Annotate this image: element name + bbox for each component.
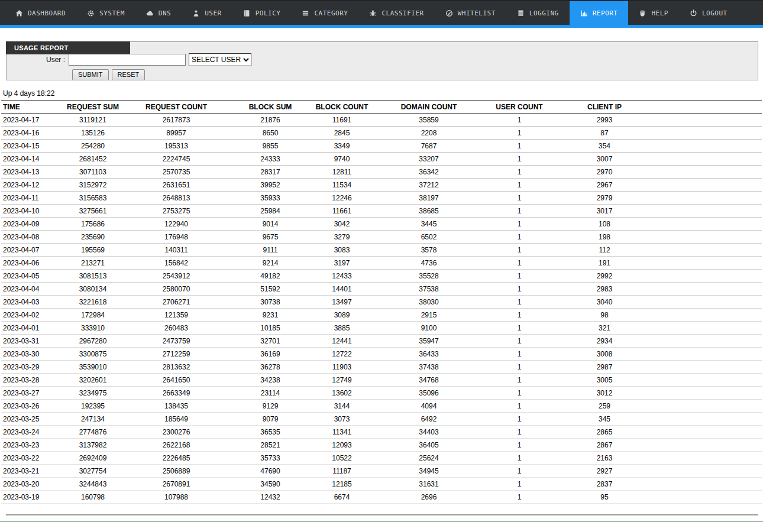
table-cell: 2865 (551, 426, 658, 439)
nav-item-label: REPORT (593, 9, 618, 17)
table-cell: 3017 (551, 205, 658, 218)
table-cell: 3073 (313, 413, 370, 426)
table-cell: 49182 (227, 270, 313, 283)
table-cell: 1 (487, 348, 551, 361)
table-cell: 33207 (370, 153, 487, 166)
nav-item-system[interactable]: SYSTEM (76, 1, 135, 28)
table-row: 2023-04-091756861229409014304234451108 (1, 218, 762, 231)
table-cell: 51592 (227, 283, 313, 296)
table-cell: 1 (487, 413, 551, 426)
table-cell: 38197 (370, 192, 487, 205)
nav-item-policy[interactable]: POLICY (232, 1, 292, 28)
table-cell: 1 (487, 192, 551, 205)
nav-item-logging[interactable]: LOGGING (506, 1, 570, 28)
nav-item-label: POLICY (256, 9, 281, 17)
table-cell: 213271 (60, 257, 125, 270)
table-cell: 2970 (551, 166, 658, 179)
table-cell: 2631651 (125, 179, 227, 192)
table-cell: 3349 (313, 140, 370, 153)
nav-item-classifier[interactable]: CLASSIFIER (358, 1, 434, 28)
nav-item-label: DNS (159, 9, 171, 17)
table-cell: 2163 (551, 452, 658, 465)
table-cell: 2023-04-08 (1, 231, 60, 244)
cloud-icon (146, 9, 154, 17)
table-row: 2023-03-31296728024737593270112441359471… (1, 335, 762, 348)
table-cell: 24333 (227, 153, 313, 166)
table-cell: 345 (551, 413, 658, 426)
usage-report-table: TIMEREQUEST SUMREQUEST COUNTBLOCK SUMBLO… (1, 100, 762, 504)
table-cell: 2224745 (125, 153, 227, 166)
table-cell: 3040 (551, 296, 658, 309)
table-cell: 2023-03-24 (1, 426, 60, 439)
table-cell: 10185 (227, 322, 313, 335)
table-cell: 2927 (551, 465, 658, 478)
table-row: 2023-03-22269240922264853573310522256241… (1, 452, 762, 465)
table-cell: 2837 (551, 478, 658, 491)
reset-button[interactable]: RESET (112, 69, 146, 80)
table-cell: 2979 (551, 192, 658, 205)
select-user-dropdown[interactable]: SELECT USER (189, 53, 251, 66)
submit-button[interactable]: SUBMIT (72, 69, 109, 80)
table-cell: 2023-04-04 (1, 283, 60, 296)
bug-icon (369, 9, 377, 17)
table-cell: 195569 (60, 244, 125, 257)
table-cell: 2023-04-07 (1, 244, 60, 257)
nav-item-logout[interactable]: LOGOUT (679, 1, 738, 28)
table-cell: 3089 (313, 309, 370, 322)
table-cell: 6674 (313, 491, 370, 504)
nav-item-help[interactable]: HELP (628, 1, 679, 28)
table-cell: 2023-04-16 (1, 126, 60, 140)
table-row: 2023-04-04308013425800705159214401375381… (1, 283, 762, 296)
table-cell: 2663349 (125, 387, 227, 400)
table-cell: 11534 (313, 179, 370, 192)
column-header: REQUEST COUNT (125, 100, 227, 113)
nav-item-user[interactable]: USER (182, 1, 232, 28)
user-label: User : (7, 56, 69, 64)
table-cell: 2023-04-06 (1, 257, 60, 270)
table-cell: 235690 (60, 231, 125, 244)
table-cell: 37538 (370, 283, 487, 296)
table-cell: 14401 (313, 283, 370, 296)
table-cell: 121359 (125, 309, 227, 322)
table-row: 2023-03-24277487623002763653511341344031… (1, 426, 762, 439)
table-cell: 6502 (370, 231, 487, 244)
nav-item-category[interactable]: CATEGORY (291, 1, 358, 28)
table-cell: 8650 (227, 126, 313, 140)
table-cell: 32701 (227, 335, 313, 348)
table-cell: 2473759 (125, 335, 227, 348)
table-row: 2023-03-29353901028136323627811903374381… (1, 361, 762, 374)
nav-item-label: LOGGING (529, 9, 559, 17)
table-cell: 35733 (227, 452, 313, 465)
table-cell: 35528 (370, 270, 487, 283)
table-cell: 1 (487, 231, 551, 244)
top-navbar: DASHBOARDSYSTEMDNSUSERPOLICYCATEGORYCLAS… (0, 0, 763, 28)
nav-item-dashboard[interactable]: DASHBOARD (5, 1, 76, 28)
table-cell: 9014 (227, 218, 313, 231)
nav-item-whitelist[interactable]: WHITELIST (435, 1, 506, 28)
table-cell: 2208 (370, 126, 487, 140)
nav-item-label: DASHBOARD (28, 9, 66, 17)
table-cell: 2570735 (125, 166, 227, 179)
table-cell: 34768 (370, 374, 487, 387)
table-row: 2023-03-21302775425068894769011187349451… (1, 465, 762, 478)
table-cell: 2543912 (125, 270, 227, 283)
table-cell: 1 (487, 322, 551, 335)
nav-item-dns[interactable]: DNS (135, 1, 182, 28)
nav-item-report[interactable]: REPORT (570, 1, 629, 28)
table-row: 2023-03-20324484326708913459012185316311… (1, 478, 762, 491)
table-cell: 87 (551, 126, 658, 140)
table-cell: 191 (551, 257, 658, 270)
table-cell: 1 (487, 296, 551, 309)
user-input[interactable] (69, 54, 186, 66)
table-cell: 2617873 (125, 113, 227, 126)
table-cell: 175686 (60, 218, 125, 231)
table-cell: 3027754 (60, 465, 125, 478)
table-row: 2023-04-02172984121359923130892915198 (1, 309, 762, 322)
table-row: 2023-04-17311912126178732187611691358591… (1, 113, 762, 126)
table-cell: 108 (551, 218, 658, 231)
table-cell: 2867 (551, 439, 658, 452)
table-cell: 35933 (227, 192, 313, 205)
table-cell: 21876 (227, 113, 313, 126)
table-cell: 195313 (125, 140, 227, 153)
table-cell: 333910 (60, 322, 125, 335)
